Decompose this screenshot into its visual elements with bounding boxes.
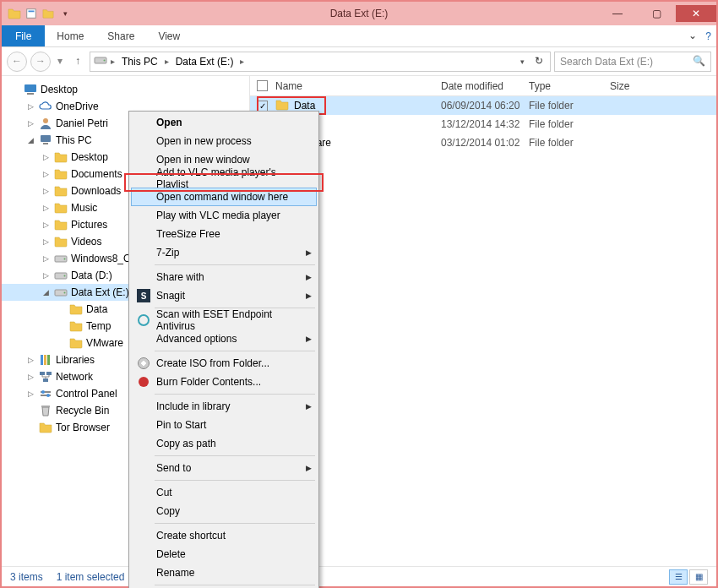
folder-icon <box>69 302 83 316</box>
table-row[interactable]: VMware03/12/2014 01:02File folder <box>250 133 716 152</box>
tree-twisty-icon[interactable]: ▷ <box>25 102 35 111</box>
menu-item[interactable]: Burn Folder Contents... <box>131 373 317 391</box>
ribbon: File Home Share View ⌄ ? <box>2 25 716 47</box>
menu-item[interactable]: Open in new process <box>131 132 317 150</box>
refresh-icon[interactable]: ↻ <box>531 55 547 68</box>
breadcrumb[interactable]: This PC <box>118 56 161 68</box>
tree-twisty-icon[interactable]: ▷ <box>25 373 35 381</box>
tree-label: Documents <box>71 168 122 180</box>
menu-item[interactable]: 7-Zip▶ <box>131 243 317 262</box>
menu-item[interactable]: Rename <box>131 564 317 582</box>
folder-icon <box>54 167 68 181</box>
minimize-button[interactable]: — <box>598 5 637 22</box>
address-dropdown-icon[interactable]: ▾ <box>517 57 528 66</box>
tree-twisty-icon[interactable]: ▷ <box>41 237 51 246</box>
menu-label: Snagit <box>156 290 185 302</box>
back-button[interactable]: ← <box>7 52 27 72</box>
breadcrumb[interactable]: Data Ext (E:) <box>172 56 237 68</box>
menu-item[interactable]: Create ISO from Folder... <box>131 354 317 373</box>
menu-item[interactable]: Copy as path <box>131 434 317 453</box>
tree-twisty-icon[interactable]: ▷ <box>25 356 35 364</box>
menu-item[interactable]: Scan with ESET Endpoint Antivirus <box>131 311 317 329</box>
folder-icon <box>69 319 83 333</box>
tree-twisty-icon[interactable]: ▷ <box>25 119 35 128</box>
recent-locations-icon[interactable]: ▾ <box>54 53 66 70</box>
submenu-arrow-icon: ▶ <box>306 464 312 472</box>
file-tab[interactable]: File <box>2 25 45 46</box>
view-largeicons-button[interactable]: ▦ <box>689 569 708 585</box>
tree-twisty-icon[interactable]: ▷ <box>41 271 51 280</box>
menu-item[interactable]: Play with VLC media player <box>131 206 317 225</box>
menu-item[interactable]: Open <box>131 113 317 132</box>
menu-item[interactable]: Send to▶ <box>131 459 317 477</box>
chevron-right-icon[interactable]: ▸ <box>165 57 169 66</box>
qat-dropdown-icon[interactable]: ▾ <box>57 6 73 21</box>
chevron-right-icon[interactable]: ▸ <box>111 57 115 66</box>
tree-label: Data (D:) <box>71 270 112 281</box>
view-details-button[interactable]: ☰ <box>669 569 688 585</box>
tree-twisty-icon[interactable]: ▷ <box>41 220 51 229</box>
address-drive-icon <box>94 53 107 69</box>
maximize-button[interactable]: ▢ <box>637 5 676 22</box>
tree-twisty-icon[interactable]: ▷ <box>41 153 51 161</box>
menu-item[interactable]: Advanced options▶ <box>131 329 317 348</box>
menu-item[interactable]: Pin to Start <box>131 416 317 434</box>
menu-item[interactable]: SSnagit▶ <box>131 286 317 305</box>
select-all-checkbox[interactable] <box>257 80 268 91</box>
folder-icon <box>69 336 83 350</box>
folder-icon <box>54 150 68 164</box>
tree-twisty-icon[interactable]: ▷ <box>41 254 51 263</box>
up-button[interactable]: ↑ <box>69 53 86 70</box>
submenu-arrow-icon: ▶ <box>306 248 312 257</box>
chevron-right-icon[interactable]: ▸ <box>240 57 244 66</box>
forward-button[interactable]: → <box>30 52 51 72</box>
menu-item[interactable]: Add to VLC media player's Playlist <box>131 169 317 188</box>
tab-home[interactable]: Home <box>45 25 95 46</box>
folder-icon <box>54 201 68 215</box>
tree-twisty-icon[interactable]: ▷ <box>41 187 51 195</box>
menu-item[interactable]: Include in library▶ <box>131 397 317 416</box>
tree-twisty-icon[interactable]: ◢ <box>25 136 35 144</box>
col-name[interactable]: Name <box>275 80 441 92</box>
tree-twisty-icon[interactable]: ▷ <box>41 204 51 212</box>
menu-label: TreeSize Free <box>156 228 220 240</box>
menu-item[interactable]: TreeSize Free <box>131 225 317 243</box>
tree-twisty-icon[interactable]: ▷ <box>25 389 35 398</box>
col-size[interactable]: Size <box>610 80 661 92</box>
folder-icon <box>54 218 68 231</box>
tab-share[interactable]: Share <box>95 25 146 46</box>
table-row[interactable]: ✓Data06/09/2014 06:20File folder <box>250 96 716 115</box>
menu-separator <box>155 480 315 481</box>
menu-item[interactable]: Create shortcut <box>131 526 317 545</box>
ribbon-expand-icon[interactable]: ⌄ <box>688 30 697 42</box>
search-placeholder: Search Data Ext (E:) <box>560 56 653 68</box>
menu-label: Send to <box>156 462 191 474</box>
menu-separator <box>155 585 315 585</box>
help-icon[interactable]: ? <box>705 30 711 42</box>
qat-properties-icon[interactable] <box>24 6 39 21</box>
table-row[interactable]: Temp13/12/2014 14:32File folder <box>250 115 716 133</box>
column-headers[interactable]: Name Date modified Type Size <box>250 76 716 96</box>
net-icon <box>39 370 52 384</box>
folder-icon <box>39 421 52 434</box>
menu-item[interactable]: Copy <box>131 502 317 520</box>
tree-item[interactable]: Desktop <box>2 81 249 98</box>
drive-icon <box>54 252 68 265</box>
col-type[interactable]: Type <box>529 80 610 92</box>
menu-item[interactable]: Share with▶ <box>131 268 317 286</box>
menu-item[interactable]: Cut <box>131 483 317 502</box>
col-date[interactable]: Date modified <box>441 80 529 92</box>
close-button[interactable]: ✕ <box>676 5 716 22</box>
tree-label: This PC <box>56 134 92 146</box>
tree-twisty-icon[interactable]: ◢ <box>41 288 51 297</box>
user-icon <box>39 117 52 130</box>
tab-view[interactable]: View <box>146 25 192 46</box>
qat-newfolder-icon[interactable] <box>41 6 56 21</box>
row-checkbox[interactable]: ✓ <box>257 101 268 112</box>
menu-item[interactable]: Open command window here <box>131 188 317 206</box>
menu-label: Create shortcut <box>156 530 226 542</box>
tree-twisty-icon[interactable]: ▷ <box>41 170 51 178</box>
menu-item[interactable]: Delete <box>131 545 317 564</box>
search-input[interactable]: Search Data Ext (E:) 🔍 <box>554 52 711 72</box>
address-bar[interactable]: ▸ This PC ▸ Data Ext (E:) ▸ ▾ ↻ <box>90 52 551 72</box>
